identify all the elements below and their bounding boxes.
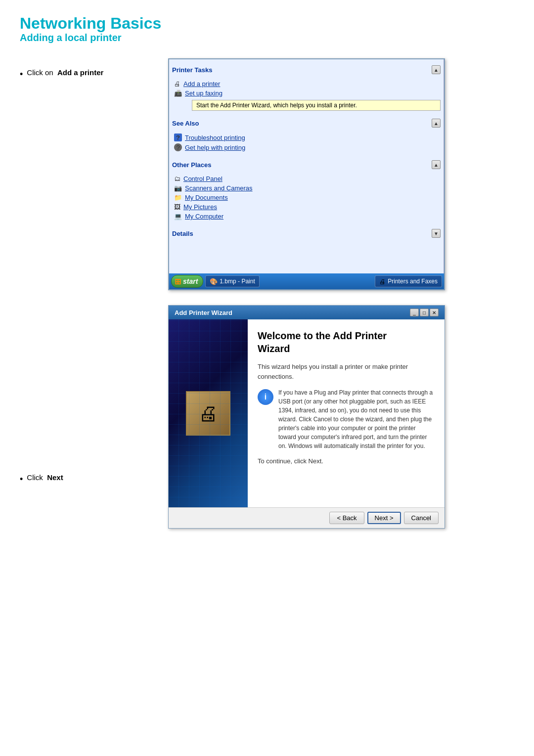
my-documents-link[interactable]: My Documents — [185, 194, 228, 201]
add-printer-link[interactable]: Add a printer — [183, 80, 220, 88]
minimize-button[interactable]: _ — [410, 309, 419, 316]
paint-icon: 🎨 — [210, 278, 218, 285]
setup-fax-item[interactable]: 📠 Set up faxing — [172, 89, 441, 98]
start-label: start — [183, 277, 198, 285]
scanner-icon: 📷 — [174, 184, 182, 192]
bullet-2: • — [20, 473, 23, 486]
tooltip-area: Start the Add Printer Wizard, which help… — [187, 100, 441, 111]
printers-panel: Printer Tasks ▲ 🖨 Add a printer 📠 Set up… — [168, 58, 445, 290]
help-icon-1: ? — [174, 133, 182, 141]
see-also-collapse[interactable]: ▲ — [432, 119, 441, 128]
troubleshoot-item[interactable]: ? Troubleshoot printing — [172, 133, 441, 142]
printer-icon: 🖨 — [174, 80, 180, 88]
bullet-1: • — [20, 68, 23, 81]
scanners-cameras-link[interactable]: Scanners and Cameras — [185, 184, 253, 192]
details-collapse[interactable]: ▼ — [432, 229, 441, 238]
back-button[interactable]: < Back — [329, 512, 364, 524]
next-button[interactable]: Next > — [367, 512, 401, 524]
wizard-heading: Welcome to the Add Printer Wizard — [258, 329, 435, 355]
see-also-header: See Also ▲ — [172, 117, 441, 130]
wizard-title-text: Add Printer Wizard — [175, 309, 232, 316]
taskbar-printers-label: Printers and Faxes — [388, 278, 438, 285]
taskbar-printers-item[interactable]: 🖨 Printers and Faxes — [375, 275, 442, 287]
my-computer-icon: 💻 — [174, 213, 182, 220]
window-controls: _ □ ✕ — [410, 309, 439, 316]
details-header: Details ▼ — [172, 227, 441, 240]
printers-icon: 🖨 — [379, 278, 386, 285]
start-button[interactable]: ⊞ start — [171, 275, 203, 288]
windows-logo: ⊞ — [175, 277, 181, 286]
page-title: Networking Basics Adding a local printer — [20, 15, 514, 44]
my-computer-item[interactable]: 💻 My Computer — [172, 212, 441, 221]
maximize-button[interactable]: □ — [420, 309, 429, 316]
instruction-text-2: Click Next — [27, 473, 63, 482]
control-panel-icon: 🗂 — [174, 175, 180, 182]
my-computer-link[interactable]: My Computer — [185, 213, 223, 220]
see-also-title: See Also — [172, 120, 199, 127]
bold-instruction-2: Next — [47, 473, 63, 482]
wizard-sidebar: 🖨 — [169, 319, 248, 507]
main-title: Networking Basics — [20, 15, 514, 32]
instruction-text-1: Click on Add a printer — [27, 68, 103, 77]
wizard-content-area: Welcome to the Add Printer Wizard This w… — [248, 319, 445, 507]
control-panel-item[interactable]: 🗂 Control Panel — [172, 174, 441, 183]
add-printer-tooltip: Start the Add Printer Wizard, which help… — [192, 100, 441, 111]
other-places-title: Other Places — [172, 161, 212, 169]
my-pictures-item[interactable]: 🖼 My Pictures — [172, 202, 441, 212]
wizard-title-bar: Add Printer Wizard _ □ ✕ — [169, 306, 445, 319]
control-panel-link[interactable]: Control Panel — [183, 175, 222, 182]
info-icon: i — [258, 389, 273, 405]
printer-tasks-header: Printer Tasks ▲ — [172, 63, 441, 76]
my-pictures-icon: 🖼 — [174, 203, 180, 211]
my-documents-icon: 📁 — [174, 194, 182, 201]
other-places-header: Other Places ▲ — [172, 158, 441, 171]
close-button[interactable]: ✕ — [430, 309, 439, 316]
add-printer-wizard: Add Printer Wizard _ □ ✕ 🖨 — [168, 305, 445, 529]
wizard-body: 🖨 Welcome to the Add Printer Wizard This… — [169, 319, 445, 507]
section-2: • Click Next Add Printer Wizard _ □ ✕ — [20, 305, 514, 529]
wizard-description: This wizard helps you install a printer … — [258, 362, 435, 381]
wizard-info-text: If you have a Plug and Play printer that… — [278, 388, 435, 450]
my-pictures-link[interactable]: My Pictures — [183, 203, 217, 211]
other-places-collapse[interactable]: ▲ — [432, 160, 441, 169]
details-title: Details — [172, 230, 193, 237]
bold-instruction-1: Add a printer — [57, 68, 103, 77]
my-documents-item[interactable]: 📁 My Documents — [172, 193, 441, 202]
printer-tasks-title: Printer Tasks — [172, 66, 212, 74]
cancel-button[interactable]: Cancel — [404, 512, 439, 524]
taskbar: ⊞ start 🎨 1.bmp - Paint 🖨 Printers and F… — [169, 273, 444, 289]
fax-icon: 📠 — [174, 89, 182, 97]
setup-fax-link[interactable]: Set up faxing — [185, 89, 222, 97]
wizard-info-box: i If you have a Plug and Play printer th… — [258, 388, 435, 450]
instruction-1: • Click on Add a printer — [20, 58, 158, 81]
add-printer-item[interactable]: 🖨 Add a printer — [172, 79, 441, 89]
wizard-printer-image: 🖨 — [186, 391, 230, 436]
troubleshoot-link[interactable]: Troubleshoot printing — [185, 134, 245, 141]
main-subtitle: Adding a local printer — [20, 32, 514, 44]
wizard-continue-text: To continue, click Next. — [258, 457, 435, 465]
section-1: • Click on Add a printer Printer Tasks ▲… — [20, 58, 514, 290]
wizard-footer: < Back Next > Cancel — [169, 507, 445, 528]
help-icon-2: ? — [174, 143, 182, 151]
scanners-cameras-item[interactable]: 📷 Scanners and Cameras — [172, 183, 441, 193]
get-help-link[interactable]: Get help with printing — [185, 144, 245, 151]
instruction-2: • Click Next — [20, 305, 158, 486]
taskbar-paint-label: 1.bmp - Paint — [220, 278, 255, 285]
taskbar-paint-item[interactable]: 🎨 1.bmp - Paint — [205, 275, 259, 287]
get-help-item[interactable]: ? Get help with printing — [172, 142, 441, 152]
printer-tasks-collapse[interactable]: ▲ — [432, 65, 441, 74]
printer-tasks-section: Printer Tasks ▲ 🖨 Add a printer 📠 Set up… — [169, 59, 444, 273]
